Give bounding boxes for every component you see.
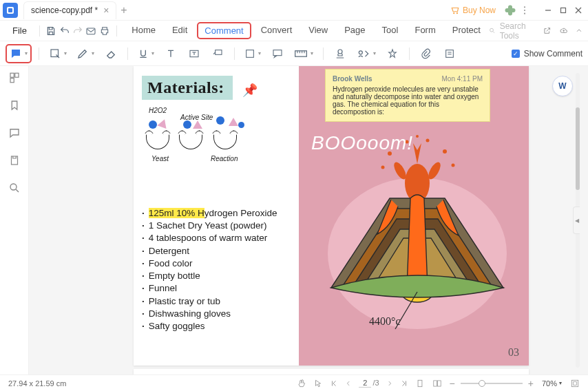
tab-edit[interactable]: Edit <box>165 22 194 39</box>
menu-tabs: Home Edit Comment Convert View Page Tool… <box>125 22 487 39</box>
svg-line-9 <box>493 32 494 33</box>
tab-tool[interactable]: Tool <box>375 22 406 39</box>
shape-tool[interactable]: ▾ <box>242 44 264 63</box>
file-menu[interactable]: File <box>6 25 34 36</box>
attachments-icon[interactable] <box>8 154 21 167</box>
tab-close-icon[interactable]: × <box>103 5 109 16</box>
hand-tool-icon[interactable] <box>297 379 306 388</box>
measure-tool[interactable]: ▾ <box>291 44 316 63</box>
app-icon <box>3 3 18 18</box>
pushpin-icon[interactable]: 📌 <box>242 83 258 98</box>
plugin-icon[interactable] <box>504 4 516 17</box>
bookmark-icon[interactable] <box>8 99 21 112</box>
svg-rect-6 <box>561 8 566 12</box>
note-tool[interactable]: ▾ <box>6 44 32 63</box>
zoom-level-select[interactable]: 70%▾ <box>539 379 565 388</box>
new-tab-button[interactable]: + <box>120 4 127 17</box>
sticky-note[interactable]: Brook Wells Mon 4:11 PM Hydrogen peroxid… <box>325 69 490 122</box>
buy-now-button[interactable]: Buy Now <box>450 6 496 15</box>
svg-rect-7 <box>87 28 95 34</box>
svg-rect-21 <box>10 78 14 83</box>
diagram-reaction-label: Reaction <box>211 155 238 162</box>
share-icon[interactable] <box>543 25 551 36</box>
zoom-in-button[interactable]: + <box>528 378 534 389</box>
last-page-icon[interactable] <box>400 379 408 388</box>
page-number-input[interactable] <box>359 379 371 388</box>
text-tool[interactable] <box>161 44 180 63</box>
search-icon <box>489 26 496 35</box>
svg-line-24 <box>16 189 19 192</box>
tab-convert[interactable]: Convert <box>254 22 300 39</box>
attachment-tool[interactable] <box>417 44 436 63</box>
two-page-icon[interactable] <box>432 379 443 388</box>
svg-point-4 <box>524 12 525 14</box>
maximize-button[interactable] <box>556 3 570 17</box>
comments-panel-button[interactable] <box>440 44 459 63</box>
svg-point-34 <box>381 166 385 169</box>
document-tab[interactable]: science-copy.pdf * × <box>23 1 116 19</box>
highlight-tool[interactable]: ▾ <box>46 44 70 63</box>
note-callout-tool[interactable] <box>268 44 287 63</box>
search-panel-icon[interactable] <box>8 182 21 194</box>
stamp-tool[interactable] <box>330 44 350 63</box>
svg-point-30 <box>443 149 447 154</box>
svg-rect-15 <box>295 50 307 56</box>
svg-point-32 <box>426 139 430 142</box>
comment-panel-icon[interactable] <box>8 127 21 139</box>
page-dimensions: 27.94 x 21.59 cm <box>8 379 66 388</box>
signature-tool[interactable]: ▾ <box>354 44 379 63</box>
custom-stamp-tool[interactable] <box>383 44 402 63</box>
svg-point-33 <box>416 135 419 138</box>
tab-view[interactable]: View <box>302 22 335 39</box>
eraser-tool[interactable] <box>101 44 120 63</box>
left-sidebar <box>0 66 29 374</box>
select-tool-icon[interactable] <box>313 379 323 388</box>
thumbnails-icon[interactable] <box>8 72 21 84</box>
document-viewport[interactable]: W ◀ Materials: 📌 H2O2 Active Site <box>29 66 588 374</box>
redo-button[interactable] <box>72 23 83 39</box>
tab-form[interactable]: Form <box>408 22 442 39</box>
callout-tool[interactable] <box>208 44 227 63</box>
underline-tool[interactable]: ▾ <box>135 44 157 63</box>
fit-page-icon[interactable] <box>570 379 580 388</box>
textbox-tool[interactable] <box>185 44 204 63</box>
list-item: Plastic tray or tub <box>142 295 291 308</box>
prev-page-icon[interactable] <box>345 379 352 388</box>
list-item: 125ml 10% Hydrogen Peroxide <box>142 207 291 220</box>
print-button[interactable] <box>98 23 110 39</box>
svg-rect-18 <box>446 50 454 57</box>
undo-button[interactable] <box>59 23 70 39</box>
cloud-icon[interactable] <box>560 25 567 36</box>
diagram-h2o2-label: H2O2 <box>149 107 167 114</box>
list-item: Dishwashing gloves <box>142 308 291 320</box>
word-export-badge[interactable]: W <box>552 76 573 96</box>
scrollbar-thumb[interactable] <box>576 107 580 190</box>
next-page-icon[interactable] <box>386 379 393 388</box>
svg-point-2 <box>524 6 525 8</box>
chevron-up-icon[interactable] <box>576 26 582 35</box>
zoom-slider[interactable] <box>461 383 523 384</box>
list-item: Empty bottle <box>142 270 291 282</box>
show-comment-toggle[interactable]: ✓ Show Comment <box>512 49 582 59</box>
kebab-menu-icon[interactable] <box>519 5 530 16</box>
tab-comment[interactable]: Comment <box>197 22 251 39</box>
page-number: 03 <box>508 346 519 359</box>
search-placeholder: Search Tools <box>500 21 536 41</box>
svg-point-23 <box>10 184 17 190</box>
tab-home[interactable]: Home <box>125 22 162 39</box>
pencil-tool[interactable]: ▾ <box>74 44 97 63</box>
tab-page[interactable]: Page <box>337 22 372 39</box>
first-page-icon[interactable] <box>330 379 338 388</box>
tab-protect[interactable]: Protect <box>445 22 487 39</box>
zoom-out-button[interactable]: − <box>450 378 455 389</box>
email-button[interactable] <box>85 23 97 39</box>
right-panel-collapse-button[interactable]: ◀ <box>573 207 580 234</box>
search-tools[interactable]: Search Tools <box>489 21 535 41</box>
close-window-button[interactable] <box>571 3 585 17</box>
zoom-slider-thumb[interactable] <box>479 380 485 387</box>
single-page-icon[interactable] <box>415 379 425 388</box>
save-button[interactable] <box>45 23 57 39</box>
svg-rect-19 <box>10 73 14 77</box>
reaction-diagram: H2O2 Active Site Yeast Reaction <box>142 111 291 180</box>
minimize-button[interactable] <box>541 3 555 17</box>
